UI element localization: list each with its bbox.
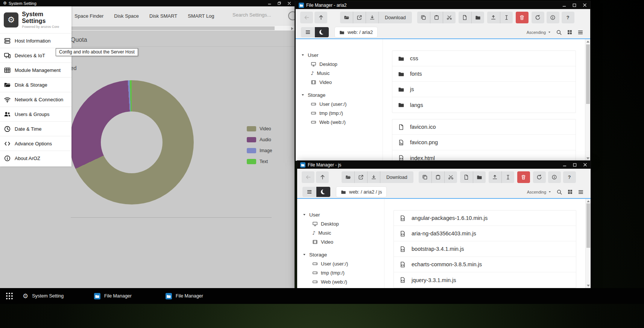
refresh-button[interactable] bbox=[532, 12, 544, 23]
search-icon[interactable] bbox=[556, 29, 562, 35]
rename-button[interactable] bbox=[501, 171, 514, 183]
download-button[interactable]: Download bbox=[378, 12, 412, 23]
new-file-button[interactable] bbox=[460, 171, 473, 183]
legend-item-image[interactable]: Image bbox=[247, 148, 272, 153]
folder-row-js[interactable]: js bbox=[392, 82, 576, 97]
file-row-echarts[interactable]: echarts-common-3.8.5.min.js bbox=[394, 257, 576, 272]
sort-order-dropdown[interactable]: Ascending bbox=[527, 30, 551, 35]
tree-item-video[interactable]: Video bbox=[312, 237, 384, 246]
folder-row-css[interactable]: css bbox=[392, 51, 576, 66]
file-row-favicon-png[interactable]: favicon.png bbox=[392, 135, 576, 150]
cut-button[interactable] bbox=[443, 12, 456, 23]
open-folder-button[interactable] bbox=[342, 171, 354, 183]
paste-button[interactable] bbox=[431, 171, 444, 183]
restore-button[interactable] bbox=[277, 1, 281, 5]
menu-button[interactable] bbox=[302, 187, 316, 197]
taskbar-item-system-setting[interactable]: ⚙ System Setting bbox=[23, 292, 94, 300]
back-button[interactable] bbox=[302, 171, 314, 183]
help-button[interactable]: ? bbox=[562, 12, 574, 23]
new-folder-button[interactable] bbox=[471, 12, 484, 23]
tree-item-music[interactable]: ♪ Music bbox=[312, 228, 384, 237]
maximize-button[interactable] bbox=[572, 3, 577, 8]
grid-view-button[interactable] bbox=[567, 189, 573, 195]
scroll-down-arrow-icon[interactable] bbox=[587, 285, 590, 287]
close-button[interactable] bbox=[583, 162, 588, 167]
tab-smart-log[interactable]: SMART Log bbox=[188, 13, 214, 19]
grid-view-button[interactable] bbox=[567, 29, 573, 35]
tree-item-web-drive[interactable]: Web (web:/) bbox=[311, 117, 383, 127]
settings-search-input[interactable] bbox=[232, 12, 283, 18]
tree-section-storage[interactable]: Storage bbox=[301, 90, 383, 99]
tree-item-tmp-drive[interactable]: tmp (tmp:/) bbox=[312, 268, 384, 277]
tab-disk-smart[interactable]: Disk SMART bbox=[149, 13, 177, 19]
tree-section-storage[interactable]: Storage bbox=[302, 250, 384, 259]
scroll-up-arrow-icon[interactable] bbox=[586, 41, 589, 43]
tree-item-music[interactable]: ♪ Music bbox=[311, 69, 383, 78]
delete-button[interactable] bbox=[516, 12, 529, 23]
upload-button[interactable] bbox=[489, 171, 501, 183]
horizontal-scrollbar-thumb[interactable] bbox=[71, 26, 275, 30]
upload-button[interactable] bbox=[487, 12, 500, 23]
new-file-button[interactable] bbox=[459, 12, 471, 23]
sidebar-item-about-aroz[interactable]: About ArOZ bbox=[0, 151, 71, 165]
open-folder-button[interactable] bbox=[340, 12, 353, 23]
folder-row-langs[interactable]: langs bbox=[392, 97, 576, 113]
breadcrumb[interactable]: web: / aria2 / js bbox=[336, 187, 386, 197]
file-manager-titlebar[interactable]: File Manager - js bbox=[297, 161, 591, 169]
horizontal-scrollbar[interactable] bbox=[71, 25, 295, 31]
delete-button[interactable] bbox=[517, 171, 530, 183]
maximize-button[interactable] bbox=[573, 163, 577, 167]
taskbar-item-file-manager-1[interactable]: File Manager bbox=[94, 293, 166, 299]
tab-disk-space[interactable]: Disk Space bbox=[114, 13, 139, 19]
file-row-index-html[interactable]: index.html bbox=[392, 150, 576, 161]
legend-item-text[interactable]: Text bbox=[247, 159, 272, 164]
properties-button[interactable] bbox=[547, 12, 559, 23]
download-icon-button[interactable] bbox=[367, 171, 380, 183]
open-in-new-window-button[interactable] bbox=[354, 171, 367, 183]
open-in-new-window-button[interactable] bbox=[353, 12, 366, 23]
vertical-scrollbar-thumb[interactable] bbox=[586, 203, 590, 248]
tab-space-finder[interactable]: Space Finder bbox=[74, 13, 103, 19]
sidebar-item-advance-options[interactable]: Advance Options bbox=[0, 136, 71, 151]
scroll-down-arrow-icon[interactable] bbox=[586, 157, 589, 159]
cut-button[interactable] bbox=[444, 171, 457, 183]
dark-mode-button[interactable] bbox=[316, 187, 330, 197]
file-row-jquery[interactable]: jquery-3.3.1.min.js bbox=[394, 272, 576, 288]
sidebar-item-network-connection[interactable]: Network & Connection bbox=[0, 92, 71, 107]
sidebar-item-users-groups[interactable]: Users & Groups bbox=[0, 107, 71, 121]
scroll-up-arrow-icon[interactable] bbox=[587, 200, 590, 202]
nav-scroll-circle-button[interactable] bbox=[288, 11, 295, 20]
legend-item-audio[interactable]: Audio bbox=[247, 137, 272, 142]
minimize-button[interactable] bbox=[562, 3, 567, 8]
search-icon[interactable] bbox=[556, 189, 562, 195]
list-view-button[interactable] bbox=[578, 189, 584, 195]
help-button[interactable]: ? bbox=[563, 171, 576, 183]
file-row-favicon-ico[interactable]: favicon.ico bbox=[392, 119, 576, 135]
tree-item-desktop[interactable]: Desktop bbox=[312, 219, 384, 228]
minimize-button[interactable] bbox=[267, 1, 272, 5]
vertical-scrollbar[interactable] bbox=[585, 199, 591, 288]
tree-section-user[interactable]: User bbox=[302, 210, 384, 219]
tree-item-tmp-drive[interactable]: tmp (tmp:/) bbox=[311, 108, 383, 117]
sidebar-item-module-management[interactable]: Module Management bbox=[0, 63, 71, 77]
properties-button[interactable] bbox=[548, 171, 561, 183]
dark-mode-button[interactable] bbox=[315, 27, 329, 37]
list-view-button[interactable] bbox=[577, 29, 583, 35]
up-button[interactable] bbox=[316, 171, 329, 183]
system-settings-titlebar[interactable]: ⚙ System Setting bbox=[0, 0, 295, 6]
close-button[interactable] bbox=[582, 3, 587, 8]
file-row-bootstrap[interactable]: bootstrap-3.4.1.min.js bbox=[394, 241, 576, 257]
vertical-scrollbar-thumb[interactable] bbox=[586, 44, 590, 104]
tree-item-video[interactable]: Video bbox=[311, 78, 383, 87]
breadcrumb[interactable]: web: / aria2 bbox=[335, 27, 377, 37]
file-manager-titlebar[interactable]: File Manager - aria2 bbox=[296, 1, 590, 9]
paste-button[interactable] bbox=[430, 12, 443, 23]
minimize-button[interactable] bbox=[562, 163, 567, 167]
file-row-angular[interactable]: angular-packages-1.6.10.min.js bbox=[394, 211, 576, 226]
new-folder-button[interactable] bbox=[473, 171, 486, 183]
download-icon-button[interactable] bbox=[366, 12, 378, 23]
tree-section-user[interactable]: User bbox=[301, 50, 383, 59]
copy-button[interactable] bbox=[417, 12, 430, 23]
taskbar-item-file-manager-2[interactable]: File Manager bbox=[166, 293, 237, 299]
folder-row-fonts[interactable]: fonts bbox=[392, 66, 576, 82]
